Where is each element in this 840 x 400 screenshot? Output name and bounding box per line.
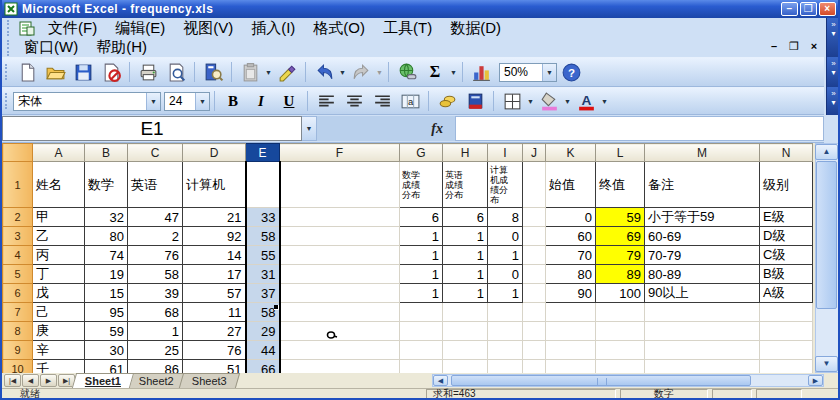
- column-header-M[interactable]: M: [645, 144, 760, 162]
- cell-H5[interactable]: 1: [443, 265, 488, 284]
- menu-window[interactable]: 窗口(W): [15, 37, 87, 58]
- toolbar-grip[interactable]: [5, 93, 10, 109]
- cell-C9[interactable]: 25: [128, 341, 183, 360]
- tab-scroll-next-button[interactable]: ▶: [40, 374, 57, 387]
- cell-M5[interactable]: 80-89: [645, 265, 760, 284]
- redo-button[interactable]: [347, 60, 375, 84]
- cell-M6[interactable]: 90以上: [645, 284, 760, 303]
- cell-N5[interactable]: B级: [760, 265, 813, 284]
- cell-F3[interactable]: [280, 227, 400, 246]
- child-minimize-button[interactable]: –: [764, 40, 784, 55]
- cell-J1[interactable]: [523, 162, 546, 208]
- cell-H1[interactable]: 英语成绩分布: [443, 162, 488, 208]
- cell-M4[interactable]: 70-79: [645, 246, 760, 265]
- permission-button[interactable]: [97, 60, 125, 84]
- column-header-L[interactable]: L: [596, 144, 645, 162]
- cell-K3[interactable]: 60: [546, 227, 596, 246]
- cell-K1[interactable]: 始值: [546, 162, 596, 208]
- cell-H7[interactable]: [443, 303, 488, 322]
- undo-dropdown-icon[interactable]: ▼: [339, 69, 347, 76]
- align-left-button[interactable]: [312, 89, 340, 113]
- cell-L5[interactable]: 89: [596, 265, 645, 284]
- row-header-7[interactable]: 7: [3, 303, 33, 322]
- cell-L4[interactable]: 79: [596, 246, 645, 265]
- cell-A9[interactable]: 辛: [33, 341, 85, 360]
- zoom-dropdown-icon[interactable]: ▼: [542, 64, 556, 81]
- select-all-corner[interactable]: [3, 144, 33, 162]
- cell-A4[interactable]: 丙: [33, 246, 85, 265]
- cell-L3[interactable]: 69: [596, 227, 645, 246]
- cell-M2[interactable]: 小于等于59: [645, 208, 760, 227]
- cell-L8[interactable]: [596, 322, 645, 341]
- font-name-combobox[interactable]: 宋体▼: [13, 92, 161, 111]
- fill-handle[interactable]: [274, 305, 279, 310]
- undo-button[interactable]: [310, 60, 338, 84]
- cell-C6[interactable]: 39: [128, 284, 183, 303]
- minimize-button[interactable]: –: [781, 2, 798, 16]
- toolbar-grip[interactable]: [5, 64, 10, 80]
- cell-K5[interactable]: 80: [546, 265, 596, 284]
- font-size-combobox[interactable]: 24▼: [164, 92, 210, 111]
- cell-L2[interactable]: 59: [596, 208, 645, 227]
- scroll-up-button[interactable]: ▲: [815, 144, 838, 160]
- chart-wizard-button[interactable]: [467, 60, 495, 84]
- cell-B3[interactable]: 80: [85, 227, 128, 246]
- cell-J5[interactable]: [523, 265, 546, 284]
- cell-G9[interactable]: [400, 341, 443, 360]
- cell-F4[interactable]: [280, 246, 400, 265]
- row-header-3[interactable]: 3: [3, 227, 33, 246]
- cell-I8[interactable]: [488, 322, 523, 341]
- cell-J2[interactable]: [523, 208, 546, 227]
- cell-C3[interactable]: 2: [128, 227, 183, 246]
- cell-B7[interactable]: 95: [85, 303, 128, 322]
- cell-D8[interactable]: 27: [183, 322, 246, 341]
- cell-L1[interactable]: 终值: [596, 162, 645, 208]
- borders-button[interactable]: [498, 89, 526, 113]
- cell-E4[interactable]: 55: [246, 246, 280, 265]
- cell-I1[interactable]: 计算机成绩分布: [488, 162, 523, 208]
- cell-F1[interactable]: [280, 162, 400, 208]
- cell-B1[interactable]: 数学: [85, 162, 128, 208]
- menu-file[interactable]: 文件(F): [39, 18, 106, 39]
- cell-I6[interactable]: 1: [488, 284, 523, 303]
- underline-button[interactable]: U: [275, 89, 303, 113]
- cell-D2[interactable]: 21: [183, 208, 246, 227]
- cell-G4[interactable]: 1: [400, 246, 443, 265]
- cell-G7[interactable]: [400, 303, 443, 322]
- cell-I4[interactable]: 1: [488, 246, 523, 265]
- formula-input[interactable]: [455, 116, 824, 141]
- redo-dropdown-icon[interactable]: ▼: [376, 69, 384, 76]
- cell-A1[interactable]: 姓名: [33, 162, 85, 208]
- cell-H2[interactable]: 6: [443, 208, 488, 227]
- save-button[interactable]: [69, 60, 97, 84]
- name-box[interactable]: E1: [2, 116, 302, 141]
- menu-tools[interactable]: 工具(T): [374, 18, 441, 39]
- cell-K4[interactable]: 70: [546, 246, 596, 265]
- cell-A5[interactable]: 丁: [33, 265, 85, 284]
- paste-button[interactable]: [236, 60, 264, 84]
- column-header-N[interactable]: N: [760, 144, 813, 162]
- cell-J3[interactable]: [523, 227, 546, 246]
- row-header-6[interactable]: 6: [3, 284, 33, 303]
- cell-N6[interactable]: A级: [760, 284, 813, 303]
- cell-D6[interactable]: 57: [183, 284, 246, 303]
- vertical-scroll-thumb[interactable]: [816, 161, 837, 309]
- cell-D7[interactable]: 11: [183, 303, 246, 322]
- cell-N4[interactable]: C级: [760, 246, 813, 265]
- cell-I5[interactable]: 0: [488, 265, 523, 284]
- row-header-8[interactable]: 8: [3, 322, 33, 341]
- autosum-dropdown-icon[interactable]: ▼: [450, 69, 458, 76]
- cell-N2[interactable]: E级: [760, 208, 813, 227]
- paste-dropdown-icon[interactable]: ▼: [265, 69, 273, 76]
- menu-data[interactable]: 数据(D): [441, 18, 510, 39]
- autosum-button[interactable]: Σ: [421, 60, 449, 84]
- cell-I2[interactable]: 8: [488, 208, 523, 227]
- cell-D4[interactable]: 14: [183, 246, 246, 265]
- hyperlink-button[interactable]: [393, 60, 421, 84]
- column-header-E[interactable]: E: [246, 144, 280, 162]
- cell-F8[interactable]: [280, 322, 400, 341]
- column-header-H[interactable]: H: [443, 144, 488, 162]
- cell-J6[interactable]: [523, 284, 546, 303]
- row-header-5[interactable]: 5: [3, 265, 33, 284]
- cell-C5[interactable]: 58: [128, 265, 183, 284]
